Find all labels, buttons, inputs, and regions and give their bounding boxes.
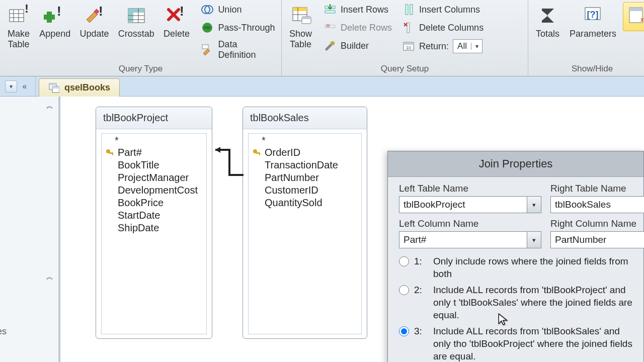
field-item[interactable]: PartNumber — [252, 171, 358, 184]
totals-button[interactable]: Totals — [532, 2, 563, 42]
parameters-button[interactable]: [?] Parameters — [566, 2, 620, 42]
radio-option-3[interactable] — [399, 326, 409, 336]
builder-button[interactable]: Builder — [321, 38, 394, 53]
join-option-1[interactable]: 1: Only include rows where the joined fi… — [399, 253, 632, 282]
chevron-down-icon[interactable]: ▾ — [527, 196, 541, 213]
right-table-input[interactable] — [550, 196, 644, 213]
svg-text:!: ! — [57, 5, 61, 19]
append-icon: ! — [44, 5, 66, 27]
data-definition-icon — [201, 43, 214, 56]
right-table-combo[interactable] — [550, 196, 644, 213]
field-list[interactable]: * Part# BookTitle ProjectManager Develop… — [101, 133, 207, 334]
left-column-input[interactable] — [399, 231, 527, 248]
data-definition-button[interactable]: Data Definition — [199, 38, 277, 61]
chevron-down-icon[interactable]: ▾ — [471, 43, 482, 50]
make-table-button[interactable]: ! Make Table — [4, 2, 33, 52]
svg-rect-7 — [44, 15, 55, 20]
globe-icon — [201, 21, 214, 34]
field-item[interactable]: DevelopmentCost — [105, 184, 203, 197]
field-item[interactable]: ShipDate — [105, 222, 203, 234]
field-item[interactable]: BookPrice — [105, 197, 203, 209]
insert-columns-icon — [402, 3, 415, 16]
union-icon — [201, 3, 214, 16]
field-all[interactable]: * — [252, 135, 358, 146]
tab-qselbooks[interactable]: qselBooks — [39, 78, 120, 97]
svg-rect-29 — [325, 11, 335, 13]
return-row[interactable]: 10 Return: All ▾ — [400, 38, 486, 54]
field-list[interactable]: * OrderID TransactionDate PartNumber Cus… — [248, 133, 362, 334]
left-table-input[interactable] — [399, 196, 527, 213]
svg-rect-0 — [10, 10, 24, 22]
svg-rect-41 — [629, 8, 642, 11]
insert-columns-button[interactable]: Insert Columns — [400, 2, 486, 17]
delete-query-button[interactable]: ! Delete — [160, 2, 193, 42]
key-icon — [106, 149, 114, 157]
pass-through-button[interactable]: Pass-Through — [199, 20, 277, 35]
nav-item-partial[interactable]: es — [0, 326, 7, 337]
join-properties-dialog: Join Properties Left Table Name ▾ Right … — [387, 151, 644, 362]
field-item[interactable]: QuantitySold — [252, 197, 358, 209]
field-item[interactable]: BookTitle — [105, 159, 203, 171]
delete-rows-button[interactable]: Delete Rows — [321, 20, 394, 35]
navigation-pane[interactable]: ︽ ︽ es — [0, 97, 60, 362]
table-title: tblBookSales — [243, 107, 367, 129]
insert-rows-button[interactable]: Insert Rows — [321, 2, 394, 17]
svg-text:[?]: [?] — [587, 10, 598, 20]
right-column-input[interactable] — [550, 231, 644, 248]
field-item[interactable]: CustomerID — [252, 184, 358, 197]
svg-text:xyz: xyz — [640, 16, 644, 23]
field-item[interactable]: ProjectManager — [105, 171, 203, 184]
svg-point-31 — [331, 41, 335, 45]
ribbon-group-query-type: ! Make Table ! Append ! Update C — [0, 0, 282, 76]
query-icon — [48, 82, 59, 93]
field-all[interactable]: * — [105, 135, 203, 146]
svg-rect-34 — [407, 23, 410, 33]
join-option-2[interactable]: 2: Include ALL records from 'tblBookProj… — [399, 282, 632, 323]
show-table-button[interactable]: Show Table — [286, 2, 315, 52]
table-title: tblBookProject — [96, 107, 212, 129]
sigma-icon — [537, 5, 559, 27]
svg-rect-52 — [259, 152, 260, 155]
collapse-icon[interactable]: « — [19, 81, 30, 92]
property-sheet-button[interactable]: xyz — [623, 2, 644, 31]
left-table-combo[interactable]: ▾ — [399, 196, 541, 213]
builder-icon — [324, 39, 337, 52]
delete-columns-icon — [402, 21, 415, 34]
field-pk[interactable]: OrderID — [252, 146, 358, 159]
label-right-column: Right Column Name — [550, 218, 644, 229]
nav-dropdown-icon[interactable]: ▾ — [5, 80, 17, 93]
svg-rect-21 — [202, 45, 208, 49]
table-tblbookproject[interactable]: tblBookProject * Part# BookTitle Project… — [96, 107, 212, 339]
svg-rect-33 — [410, 5, 413, 15]
chevron-up-icon[interactable]: ︽ — [46, 273, 53, 282]
svg-text:!: ! — [180, 5, 184, 19]
right-column-combo[interactable] — [550, 231, 644, 248]
insert-rows-icon — [324, 3, 337, 16]
query-design-canvas[interactable]: tblBookProject * Part# BookTitle Project… — [60, 97, 644, 362]
crosstab-button[interactable]: Crosstab — [115, 2, 157, 42]
nav-pane-toggle[interactable]: ▾ « — [0, 76, 36, 96]
chevron-up-icon[interactable]: ︽ — [46, 102, 53, 111]
show-table-icon — [290, 5, 312, 27]
join-line[interactable] — [210, 145, 246, 180]
table-tblbooksales[interactable]: tblBookSales * OrderID TransactionDate P… — [243, 107, 367, 339]
field-pk[interactable]: Part# — [105, 146, 203, 159]
delete-icon: ! — [166, 5, 188, 27]
join-option-3[interactable]: 3: Include ALL records from 'tblBookSale… — [399, 323, 632, 362]
field-item[interactable]: StartDate — [105, 209, 203, 222]
chevron-down-icon[interactable]: ▾ — [527, 231, 541, 248]
update-icon: ! — [84, 5, 106, 27]
append-button[interactable]: ! Append — [36, 2, 73, 42]
update-button[interactable]: ! Update — [76, 2, 112, 42]
union-button[interactable]: Union — [199, 2, 277, 17]
label-left-column: Left Column Name — [399, 218, 541, 229]
left-column-combo[interactable]: ▾ — [399, 231, 541, 248]
ribbon-group-query-setup: Show Table Insert Rows Delete Rows Build… — [282, 0, 528, 76]
field-item[interactable]: TransactionDate — [252, 159, 358, 171]
radio-option-2[interactable] — [399, 285, 409, 295]
svg-rect-36 — [404, 42, 414, 45]
svg-rect-44 — [49, 83, 56, 85]
return-combo[interactable]: All ▾ — [453, 39, 482, 53]
delete-columns-button[interactable]: Delete Columns — [400, 20, 486, 35]
radio-option-1[interactable] — [399, 256, 409, 266]
